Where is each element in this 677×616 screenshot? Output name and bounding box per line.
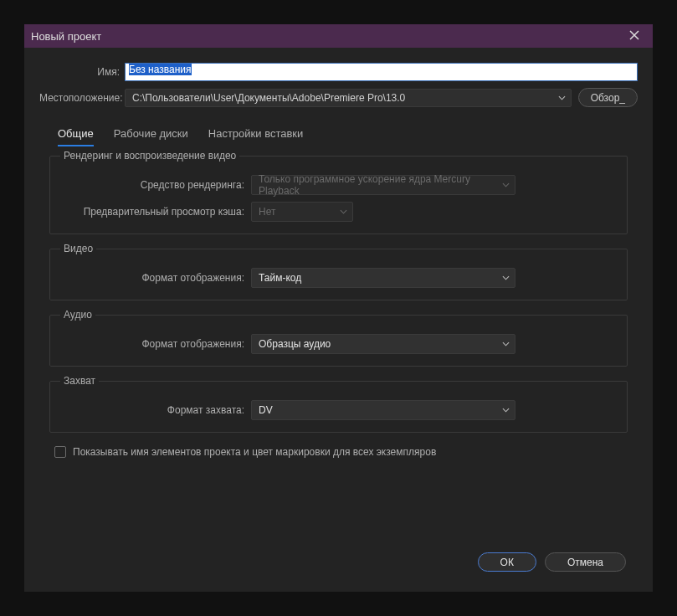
cache-preview-row: Предварительный просмотр кэша: Нет <box>60 202 617 222</box>
chevron-down-icon <box>502 341 510 348</box>
video-legend: Видео <box>60 243 96 254</box>
chevron-down-icon <box>502 407 510 414</box>
renderer-label: Средство рендеринга: <box>60 179 251 191</box>
video-display-label: Формат отображения: <box>60 272 251 284</box>
dialog-body: Имя: Без названия Местоположение: C:\Пол… <box>24 48 653 592</box>
ok-button[interactable]: ОК <box>478 552 536 572</box>
browse-button[interactable]: Обзор_ <box>578 88 638 107</box>
video-display-row: Формат отображения: Тайм-код <box>60 268 617 288</box>
location-select[interactable]: C:\Пользователи\User\Документы\Adobe\Pre… <box>125 89 572 107</box>
cache-preview-label: Предварительный просмотр кэша: <box>60 206 251 218</box>
cache-preview-select: Нет <box>251 202 353 222</box>
display-name-checkbox-row: Показывать имя элементов проекта и цвет … <box>54 446 628 458</box>
capture-legend: Захват <box>60 375 99 387</box>
audio-display-label: Формат отображения: <box>60 338 251 350</box>
renderer-row: Средство рендеринга: Только программное … <box>60 175 617 195</box>
close-icon <box>629 30 639 43</box>
video-display-value: Тайм-код <box>259 272 301 284</box>
tab-general[interactable]: Общие <box>58 122 94 146</box>
rendering-legend: Рендеринг и воспроизведение видео <box>60 150 239 162</box>
audio-section: Аудио Формат отображения: Образцы аудио <box>49 309 628 367</box>
rendering-section: Рендеринг и воспроизведение видео Средст… <box>49 150 628 234</box>
capture-format-select[interactable]: DV <box>251 400 515 420</box>
tab-ingest-settings[interactable]: Настройки вставки <box>208 122 304 146</box>
display-name-checkbox-label: Показывать имя элементов проекта и цвет … <box>73 446 436 458</box>
location-value: C:\Пользователи\User\Документы\Adobe\Pre… <box>132 92 405 104</box>
tab-content: Рендеринг и воспроизведение видео Средст… <box>39 146 638 544</box>
footer: ОК Отмена <box>39 544 638 583</box>
video-display-select[interactable]: Тайм-код <box>251 268 515 288</box>
chevron-down-icon <box>502 182 510 189</box>
titlebar: Новый проект <box>24 24 653 48</box>
audio-display-row: Формат отображения: Образцы аудио <box>60 334 617 354</box>
cancel-button[interactable]: Отмена <box>545 552 626 572</box>
capture-section: Захват Формат захвата: DV <box>49 375 628 433</box>
capture-format-label: Формат захвата: <box>60 404 251 416</box>
video-section: Видео Формат отображения: Тайм-код <box>49 243 628 300</box>
name-row: Имя: Без названия <box>39 63 638 81</box>
name-label: Имя: <box>39 66 125 78</box>
close-button[interactable] <box>623 26 646 46</box>
capture-format-value: DV <box>259 404 273 416</box>
location-row: Местоположение: C:\Пользователи\User\Док… <box>39 88 638 107</box>
location-label: Местоположение: <box>39 92 125 104</box>
chevron-down-icon <box>558 94 566 101</box>
renderer-value: Только программное ускорение ядра Mercur… <box>259 173 495 197</box>
dialog-title: Новый проект <box>31 30 101 43</box>
name-input[interactable]: Без названия <box>125 63 638 81</box>
tabs: Общие Рабочие диски Настройки вставки <box>39 114 638 146</box>
audio-legend: Аудио <box>60 309 95 321</box>
renderer-select: Только программное ускорение ядра Mercur… <box>251 175 515 195</box>
display-name-checkbox[interactable] <box>54 446 66 458</box>
audio-display-select[interactable]: Образцы аудио <box>251 334 515 354</box>
capture-format-row: Формат захвата: DV <box>60 400 617 420</box>
chevron-down-icon <box>502 275 510 282</box>
audio-display-value: Образцы аудио <box>259 338 331 350</box>
cache-preview-value: Нет <box>259 206 275 218</box>
tab-scratch-disks[interactable]: Рабочие диски <box>114 122 188 146</box>
name-value: Без названия <box>129 64 192 75</box>
new-project-dialog: Новый проект Имя: Без названия Местополо… <box>23 23 654 593</box>
chevron-down-icon <box>340 208 347 216</box>
